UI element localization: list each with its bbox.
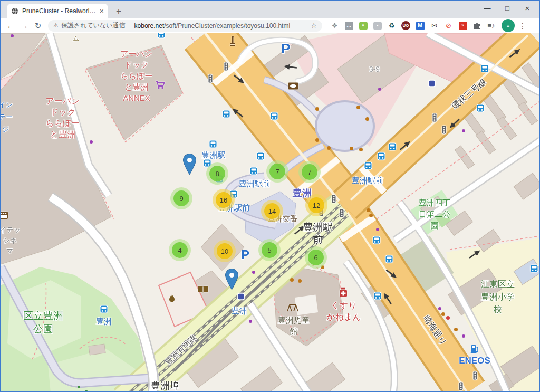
map-poi-dot (252, 271, 255, 274)
forward-button[interactable]: → (17, 21, 31, 30)
bus-icon (389, 143, 397, 151)
m-extension-icon[interactable]: M (414, 20, 426, 32)
ublock-shield-extension-icon[interactable]: UO (400, 20, 412, 32)
cluster-marker-9[interactable]: 9 (170, 187, 192, 209)
browser-menu-icon[interactable]: ⋮ (519, 22, 526, 30)
playground-icon (287, 304, 298, 312)
puzzle-extension-icon[interactable] (471, 20, 483, 32)
bookmark-star-icon[interactable]: ☆ (311, 22, 317, 30)
cluster-marker-5[interactable]: 5 (258, 239, 281, 261)
bus-icon (531, 265, 538, 273)
cluster-marker-10[interactable]: 10 (214, 240, 236, 262)
label-3-9: 3-9 (369, 65, 380, 74)
monument-icon (230, 36, 235, 46)
oneway-arrow-icon (231, 72, 246, 87)
station-icon (428, 80, 436, 87)
oneway-arrow-icon (447, 116, 462, 131)
bus-icon (100, 305, 108, 313)
green-extension-icon[interactable]: ✦ (358, 20, 369, 32)
bus-icon (209, 140, 217, 148)
bus-icon (378, 152, 385, 160)
camera-extension-icon[interactable]: ▪ (372, 20, 383, 32)
tab-close-icon[interactable]: × (100, 7, 104, 15)
label-lalaport: アーバン ドック ららぽー と豊洲 (45, 95, 80, 140)
oneway-arrow-icon (507, 46, 522, 61)
map-pin-marker[interactable] (225, 269, 238, 290)
cluster-marker-16[interactable]: 16 (213, 189, 235, 211)
not-secure-warning-icon: ⚠ (53, 22, 59, 29)
traffic-light-icon (442, 126, 447, 135)
mail-plus-extension-icon[interactable]: ✉ (429, 20, 440, 32)
map-pin-marker[interactable] (183, 154, 196, 175)
fuel-icon (471, 344, 480, 353)
oneway-arrow-icon (381, 291, 394, 307)
profile-avatar[interactable]: ≡ (502, 19, 515, 32)
label-toyosu-park: 区立豊洲 公園 (23, 309, 63, 336)
map-poi-dot (369, 214, 373, 217)
address-bar[interactable]: ⚠ 保護されていない通信 kobore.net /soft/PruneClust… (48, 20, 322, 32)
map-poi-dot (367, 208, 370, 212)
label-toyosu-station: 豊洲駅 (202, 150, 226, 160)
map-poi-dot (376, 228, 379, 231)
traffic-light-icon (224, 62, 229, 71)
recycle-extension-icon[interactable]: ♻ (386, 20, 398, 32)
browser-tab[interactable]: PruneCluster - Realworld 50k × (7, 4, 108, 18)
url-path: /soft/PruneCluster/examples/toyosu.100.h… (164, 22, 290, 30)
cluster-marker-6[interactable]: 6 (305, 246, 327, 269)
label-busstop-rail: 豊洲 (232, 306, 247, 315)
label-harumi-dori: 晴海通り (421, 313, 449, 347)
traffic-light-icon (340, 209, 344, 218)
browser-window: PruneCluster - Realworld 50k × + — □ × ←… (0, 0, 540, 392)
minimize-button[interactable]: — (477, 1, 497, 17)
cluster-marker-14[interactable]: 14 (261, 200, 283, 222)
address-separator (130, 22, 130, 29)
label-ekimae-3: 豊洲駅前 (352, 176, 383, 185)
map-poi-dot (350, 147, 353, 150)
cluster-marker-12[interactable]: 12 (305, 194, 327, 216)
cluster-marker-4[interactable]: 4 (169, 239, 191, 261)
new-tab-button[interactable]: + (112, 6, 125, 17)
map-poi-dot (327, 146, 331, 150)
map-poi-dot (315, 138, 319, 142)
browser-toolbar: ← → ↻ ⚠ 保護されていない通信 kobore.net /soft/Prun… (1, 18, 539, 33)
bus-icon (385, 255, 393, 263)
oneway-arrow-icon (467, 247, 483, 261)
label-lalaport-annex: アーバン ドック ららぽー と豊洲 ANNEX (120, 48, 152, 103)
label-united-cinema: イテッ シネ マ (1, 225, 21, 256)
cluster-marker-7[interactable]: 7 (298, 161, 321, 183)
map-poi-dot (315, 107, 319, 111)
oneway-arrow-icon (292, 223, 307, 237)
photos-extension-icon[interactable]: ❖ (329, 20, 341, 32)
bus-icon (158, 33, 166, 39)
favicon-globe-icon (11, 7, 18, 15)
traffic-light-icon (459, 382, 464, 391)
cluster-marker-8[interactable]: 8 (206, 162, 228, 185)
reading-list-extension-icon[interactable]: ≡♪ (486, 20, 497, 32)
label-kusuri-kaneman: くすり かねまん (326, 300, 361, 323)
label-rail-line: 豊洲有明線 (163, 332, 198, 367)
bus-icon (364, 162, 372, 170)
tab-title: PruneCluster - Realworld 50k (22, 7, 98, 15)
reload-button[interactable]: ↻ (31, 21, 45, 31)
label-parking-2: P (241, 247, 249, 262)
map-poi-dot (90, 140, 93, 144)
map-poi-dot (290, 278, 294, 282)
bus-icon (223, 110, 230, 118)
leaflet-map[interactable]: アーバン ドック ららぽー と豊洲アーバン ドック ららぽー と豊洲 ANNEX… (1, 33, 540, 392)
blocker-extension-icon[interactable]: ⊘ (443, 20, 455, 32)
chat-extension-icon[interactable]: … (343, 20, 355, 32)
label-eneos: ENEOS (459, 356, 490, 366)
cluster-marker-7[interactable]: 7 (266, 160, 288, 183)
label-elementary-school: 江東区立 豊洲小学 校 (481, 278, 515, 316)
book-icon (197, 286, 209, 294)
map-poi-dot (359, 148, 363, 151)
map-poi-dot (446, 316, 450, 320)
maximize-button[interactable]: □ (497, 1, 517, 17)
map-poi-dot (438, 307, 441, 310)
media-forward-extension-icon[interactable]: » (457, 20, 469, 32)
extensions-row: ❖…✦▪♻UOM✉⊘»≡♪ (327, 20, 498, 32)
close-button[interactable]: × (517, 1, 537, 17)
back-button[interactable]: ← (4, 21, 17, 30)
bus-icon (477, 104, 485, 112)
security-label: 保護されていない通信 (61, 21, 126, 30)
